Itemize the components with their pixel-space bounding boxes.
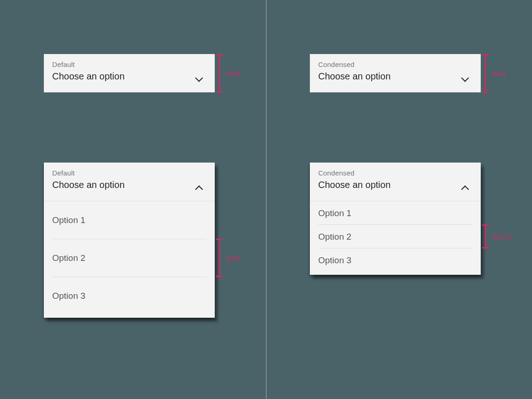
chevron-down-icon [195,75,204,84]
chevron-down-icon [461,75,470,84]
dropdown-option[interactable]: Option 2 [52,239,206,277]
dropdown-label: Condensed [318,60,472,68]
measure-label: 64/4 [492,70,506,78]
dropdown-label: Default [52,60,206,68]
measure-label: 64/4 [226,254,240,262]
dropdown-list: Option 1 Option 2 Option 3 [44,201,215,318]
dropdown-default-closed[interactable]: Default Choose an option [44,54,215,92]
dropdown-option[interactable]: Option 2 [318,225,472,248]
dropdown-value: Choose an option [52,71,206,82]
measure-label: 40/2.5 [492,233,512,241]
dropdown-list: Option 1 Option 2 Option 3 [310,201,481,275]
dropdown-default-open[interactable]: Default Choose an option Option 1 Option… [44,163,215,318]
dropdown-value: Choose an option [318,180,472,190]
dropdown-option[interactable]: Option 1 [318,201,472,225]
chevron-up-icon [195,184,204,192]
dropdown-label: Default [52,169,206,177]
dropdown-header: Condensed Choose an option [310,163,481,201]
dropdown-header: Default Choose an option [44,163,215,201]
dropdown-option[interactable]: Option 3 [52,277,206,315]
dropdown-value: Choose an option [52,180,206,190]
chevron-up-icon [461,184,470,192]
dropdown-condensed-open[interactable]: Condensed Choose an option Option 1 Opti… [310,163,481,275]
panel-condensed: Condensed Choose an option 64/4 Condense… [266,0,532,399]
dropdown-header: Default Choose an option [44,54,215,92]
dropdown-header: Condensed Choose an option [310,54,481,92]
dropdown-value: Choose an option [318,71,472,82]
panel-default: Default Choose an option 64/4 Default Ch… [0,0,266,399]
dropdown-option[interactable]: Option 3 [318,248,472,272]
dropdown-condensed-closed[interactable]: Condensed Choose an option [310,54,481,92]
measure-label: 64/4 [226,70,240,78]
dropdown-option[interactable]: Option 1 [52,201,206,239]
dropdown-label: Condensed [318,169,472,177]
